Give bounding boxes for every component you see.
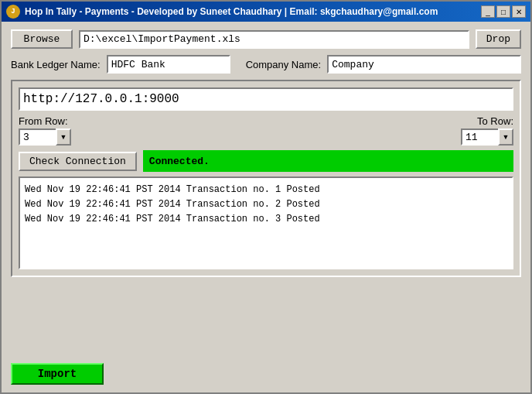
from-row-input[interactable]: [19, 128, 56, 146]
app-icon: J: [6, 5, 20, 19]
row-range: From Row: ▼ To Row: ▼: [19, 115, 513, 146]
to-row-group: To Row: ▼: [461, 115, 513, 146]
to-row-dropdown: ▼: [461, 128, 513, 146]
company-label: Company Name:: [246, 59, 322, 70]
bottom-bar: Import: [2, 357, 530, 392]
main-window: J Hop In Tally - Payments - Developed by…: [0, 0, 532, 394]
to-row-label: To Row:: [477, 115, 513, 127]
browse-button[interactable]: Browse: [11, 29, 73, 49]
drop-button[interactable]: Drop: [476, 29, 521, 49]
bank-ledger-label: Bank Ledger Name:: [11, 59, 101, 70]
log-line: Wed Nov 19 22:46:41 PST 2014 Transaction…: [25, 212, 507, 227]
log-line: Wed Nov 19 22:46:41 PST 2014 Transaction…: [25, 197, 507, 212]
check-status-row: Check Connection Connected.: [19, 150, 513, 172]
import-button[interactable]: Import: [11, 363, 104, 385]
log-area: Wed Nov 19 22:46:41 PST 2014 Transaction…: [19, 176, 513, 269]
window-content: Browse Drop Bank Ledger Name: Company Na…: [2, 22, 530, 357]
bank-company-row: Bank Ledger Name: Company Name:: [11, 55, 521, 74]
browse-row: Browse Drop: [11, 29, 521, 49]
file-path-input[interactable]: [79, 30, 469, 49]
from-row-dropdown-btn[interactable]: ▼: [56, 128, 71, 146]
window-title: Hop In Tally - Payments - Developed by S…: [25, 6, 438, 17]
to-row-input[interactable]: [461, 128, 498, 146]
connection-section: From Row: ▼ To Row: ▼ Check Connection: [11, 80, 521, 277]
from-row-label: From Row:: [19, 115, 71, 127]
from-row-group: From Row: ▼: [19, 115, 71, 146]
company-name-input[interactable]: [327, 55, 521, 74]
maximize-button[interactable]: □: [496, 5, 510, 18]
check-connection-button[interactable]: Check Connection: [19, 152, 137, 171]
url-input[interactable]: [19, 87, 513, 111]
status-text: Connected.: [149, 156, 210, 167]
from-row-dropdown: ▼: [19, 128, 71, 146]
connection-status: Connected.: [143, 150, 513, 172]
title-bar: J Hop In Tally - Payments - Developed by…: [2, 2, 530, 22]
close-button[interactable]: ✕: [512, 5, 526, 18]
window-controls: _ □ ✕: [481, 5, 526, 18]
minimize-button[interactable]: _: [481, 5, 495, 18]
log-line: Wed Nov 19 22:46:41 PST 2014 Transaction…: [25, 183, 507, 197]
bank-ledger-input[interactable]: [107, 55, 230, 74]
to-row-dropdown-btn[interactable]: ▼: [498, 128, 513, 146]
